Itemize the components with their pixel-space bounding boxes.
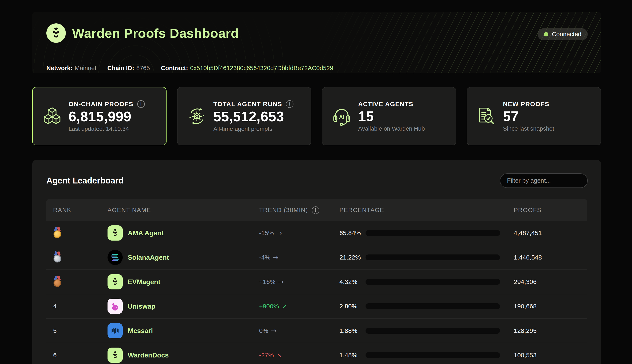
trend-header-label: TREND (30MIN) xyxy=(259,207,308,214)
contract-label: Contract: xyxy=(161,65,188,72)
proofs-value: 4,487,451 xyxy=(514,230,587,236)
trend-cell: +900% ↗ xyxy=(259,302,340,310)
stats-row: ON-CHAIN PROOFS 6,815,999 Last updated: … xyxy=(32,87,601,145)
percentage-bar xyxy=(366,352,500,358)
column-header-rank: RANK xyxy=(46,207,108,214)
status-dot-icon xyxy=(544,32,548,36)
percentage-value: 1.88% xyxy=(340,327,366,334)
percentage-value: 65.84% xyxy=(340,230,366,236)
rank-cell: 6 xyxy=(46,352,108,359)
cubes-icon xyxy=(42,106,62,126)
trend-value: +900% xyxy=(259,303,279,310)
proofs-value: 128,295 xyxy=(514,327,587,334)
trend-cell: 0% → xyxy=(259,327,340,335)
header: Warden Proofs Dashboard Connected Networ… xyxy=(32,12,601,73)
rank-cell: 5 xyxy=(46,327,108,334)
agent-cell: Uniswap xyxy=(108,299,259,314)
info-icon[interactable] xyxy=(312,206,319,214)
stat-card-total-agent-runs: TOTAL AGENT RUNS 55,512,653 All-time age… xyxy=(177,87,311,145)
table-row[interactable]: SolanaAgent -4% → 21.22% 1,446,548 xyxy=(46,246,587,270)
trend-value: -15% xyxy=(259,230,274,236)
agent-name[interactable]: SolanaAgent xyxy=(128,254,169,262)
trend-arrow-icon: → xyxy=(278,278,284,286)
proofs-value: 100,553 xyxy=(514,352,587,359)
agent-cell: Messari xyxy=(108,323,259,338)
trend-arrow-icon: → xyxy=(276,229,282,237)
info-icon[interactable] xyxy=(137,100,145,108)
percentage-cell: 21.22% xyxy=(340,254,514,261)
percentage-value: 2.80% xyxy=(340,303,366,310)
status-label: Connected xyxy=(552,31,581,38)
agent-name[interactable]: Messari xyxy=(128,327,153,335)
stat-value: 6,815,999 xyxy=(69,110,145,124)
column-header-proofs: PROOFS xyxy=(514,207,587,214)
stat-value: 55,512,653 xyxy=(213,110,293,124)
trend-arrow-icon: → xyxy=(271,327,276,335)
proofs-value: 294,306 xyxy=(514,278,587,286)
rank-cell xyxy=(46,276,108,288)
percentage-bar xyxy=(366,279,500,285)
gear-cycle-icon xyxy=(187,106,207,126)
percentage-bar xyxy=(366,254,500,260)
messari-icon xyxy=(108,323,123,338)
chain-id-label: Chain ID: xyxy=(107,65,134,72)
contract-address[interactable]: 0x510b5Df4612380c6564320d7DbbfdBe72AC0d5… xyxy=(190,65,333,72)
chain-id-value: 8765 xyxy=(136,65,150,72)
table-header: RANK AGENT NAME TREND (30MIN) PERCENTAGE… xyxy=(46,199,587,221)
proofs-value: 190,668 xyxy=(514,303,587,310)
stat-label: ON-CHAIN PROOFS xyxy=(69,100,133,108)
table-row[interactable]: 4 Uniswap +900% ↗ 2.80% 190,668 xyxy=(46,294,587,319)
connection-status-badge: Connected xyxy=(538,28,588,40)
agent-cell: AMA Agent xyxy=(108,226,259,240)
table-row[interactable]: 5 Messari 0% → 1.88% 128,295 xyxy=(46,319,587,343)
network-label: Network: xyxy=(46,65,73,72)
bronze-medal-icon xyxy=(53,276,62,287)
table-row[interactable]: EVMagent +16% → 4.32% 294,306 xyxy=(46,270,587,294)
stat-subtext: Since last snapshot xyxy=(503,125,554,132)
percentage-cell: 2.80% xyxy=(340,303,514,310)
percentage-value: 1.48% xyxy=(340,352,366,359)
stat-card-onchain-proofs: ON-CHAIN PROOFS 6,815,999 Last updated: … xyxy=(32,87,167,145)
gold-medal-icon xyxy=(53,227,62,238)
stat-subtext: All-time agent prompts xyxy=(213,126,293,132)
doc-search-icon xyxy=(477,106,496,126)
trend-cell: -27% ↘ xyxy=(259,351,340,359)
info-icon[interactable] xyxy=(286,100,293,108)
table-row[interactable]: 6 WardenDocs -27% ↘ 1.48% 100,553 xyxy=(46,343,587,364)
rank-number: 6 xyxy=(53,352,57,358)
percentage-bar xyxy=(366,328,500,334)
stat-value: 15 xyxy=(358,109,425,123)
agent-name[interactable]: Uniswap xyxy=(128,302,156,310)
table-row[interactable]: AMA Agent -15% → 65.84% 4,487,451 xyxy=(46,221,587,246)
agent-name[interactable]: EVMagent xyxy=(128,278,160,286)
percentage-value: 21.22% xyxy=(340,254,366,261)
contract-meta: Contract:0x510b5Df4612380c6564320d7Dbbfd… xyxy=(161,65,333,72)
filter-input[interactable] xyxy=(500,173,588,188)
stat-subtext: Available on Warden Hub xyxy=(358,125,425,132)
agent-name[interactable]: WardenDocs xyxy=(128,351,169,359)
solana-icon xyxy=(108,250,123,265)
stat-card-active-agents: AI ACTIVE AGENTS 15 Available on Warden … xyxy=(322,87,456,145)
agent-cell: EVMagent xyxy=(108,274,259,290)
proofs-value: 1,446,548 xyxy=(514,254,587,261)
page-title: Warden Proofs Dashboard xyxy=(72,26,239,41)
leaderboard-title: Agent Leaderboard xyxy=(46,176,124,185)
column-header-percentage: PERCENTAGE xyxy=(340,207,514,214)
stat-value: 57 xyxy=(503,109,554,123)
leaderboard-table: RANK AGENT NAME TREND (30MIN) PERCENTAGE… xyxy=(46,199,587,364)
trend-cell: -4% → xyxy=(259,254,340,262)
agent-name[interactable]: AMA Agent xyxy=(128,229,164,237)
stat-label: NEW PROOFS xyxy=(503,100,549,108)
leaderboard-panel: Agent Leaderboard RANK AGENT NAME TREND … xyxy=(32,160,601,364)
network-meta: Network:Mainnet xyxy=(46,65,96,72)
percentage-cell: 1.48% xyxy=(340,352,514,359)
rank-number: 4 xyxy=(53,303,57,310)
percentage-cell: 65.84% xyxy=(340,230,514,236)
warden-icon xyxy=(108,348,123,363)
trend-value: 0% xyxy=(259,327,268,334)
percentage-value: 4.32% xyxy=(340,278,366,286)
trend-arrow-icon: → xyxy=(273,254,278,262)
trend-value: +16% xyxy=(259,278,275,286)
agent-cell: SolanaAgent xyxy=(108,250,259,265)
uniswap-icon xyxy=(108,299,123,314)
